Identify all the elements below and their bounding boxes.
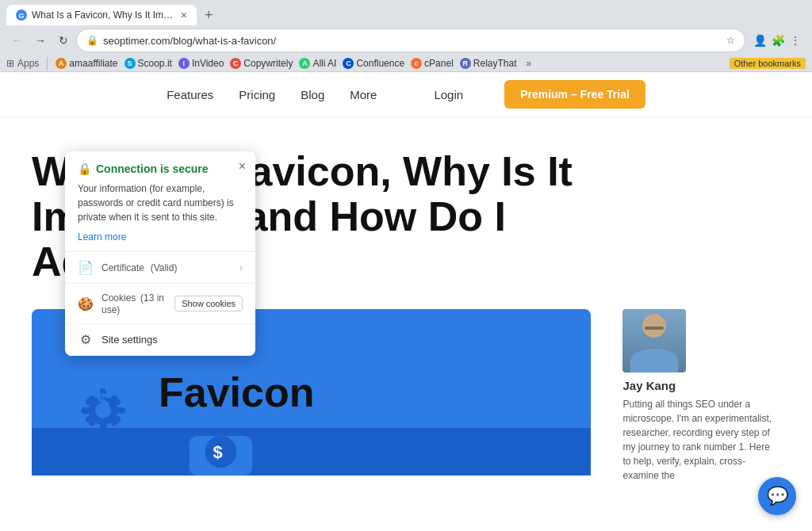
bookmark-scoopit[interactable]: S Scoop.it [124,58,172,69]
address-text: seoptimer.com/blog/what-is-a-favicon/ [103,35,722,47]
tab-bar: G What Is a Favicon, Why Is It Imp... × … [0,0,812,25]
tab-close-button[interactable]: × [181,10,187,21]
popup-header: 🔒 Connection is secure Your information … [65,151,255,252]
other-bookmarks-label: Other bookmarks [730,58,806,69]
confluence-icon: C [343,58,354,69]
bookmark-alliai[interactable]: A Alli AI [299,58,336,69]
popup-certificate-item[interactable]: 📄 Certificate (Valid) › [65,252,255,284]
cookies-icon: 🍪 [78,296,94,311]
amaaffiliate-icon: A [56,58,67,69]
copywritely-icon: C [230,58,241,69]
popup-site-settings-label: Site settings [102,334,243,346]
popup-close-button[interactable]: × [239,159,246,174]
alliai-icon: A [299,58,310,69]
security-popup: 🔒 Connection is secure Your information … [65,151,255,356]
lock-icon: 🔒 [86,35,98,46]
tab-favicon: G [16,10,27,21]
amaaffiliate-label: amaaffiliate [69,58,117,69]
show-cookies-button[interactable]: Show cookies [174,296,243,311]
site-navbar: Features Pricing Blog More Login Premium… [0,72,812,117]
bookmark-relaythat[interactable]: R RelayThat [460,58,517,69]
bookmark-copywritely[interactable]: C Copywritely [230,58,293,69]
svg-rect-6 [81,407,92,414]
popup-description: Your information (for example, passwords… [78,181,243,224]
forward-button[interactable]: → [30,31,51,50]
back-button[interactable]: ← [6,31,27,50]
nav-blog[interactable]: Blog [301,88,324,101]
popup-cookies-item[interactable]: 🍪 Cookies (13 in use) Show cookies [65,284,255,324]
svg-rect-7 [114,407,125,414]
author-photo [622,309,686,372]
author-body [630,349,678,372]
nav-links: Features Pricing Blog More [167,88,377,101]
favicon-label: Favicon [159,369,315,415]
popup-learn-more-link[interactable]: Learn more [78,231,126,243]
confluence-label: Confluence [356,58,404,69]
invideo-icon: I [178,58,190,69]
more-bookmarks-button[interactable]: » [527,58,532,69]
scoopit-label: Scoop.it [138,58,172,69]
bookmark-confluence[interactable]: C Confluence [343,58,404,69]
invideo-label: InVideo [192,58,224,69]
cpanel-icon: c [411,58,422,69]
favicon-gear-container: $ [63,371,143,413]
address-bar[interactable]: 🔒 seoptimer.com/blog/what-is-a-favicon/ … [76,29,745,52]
popup-secure-label: 🔒 Connection is secure [78,162,243,175]
bookmark-cpanel[interactable]: c cPanel [411,58,454,69]
popup-certificate-label: Certificate (Valid) [102,262,232,273]
bookmarks-separator [47,57,48,70]
settings-icon: ⚙ [78,332,94,347]
relaythat-icon: R [460,58,471,69]
bookmark-amaaffiliate[interactable]: A amaaffiliate [56,58,117,69]
page-content: Features Pricing Blog More Login Premium… [0,72,812,516]
author-head [642,314,666,338]
nav-features[interactable]: Features [167,88,213,101]
menu-icon[interactable]: ⋮ [790,34,801,47]
svg-text:$: $ [213,441,223,461]
bookmarks-apps-button[interactable]: ⊞ Apps [6,58,39,69]
browser-chrome: G What Is a Favicon, Why Is It Imp... × … [0,0,812,72]
cpanel-label: cPanel [424,58,454,69]
nav-pricing[interactable]: Pricing [239,88,275,101]
lock-secure-icon: 🔒 [78,162,91,175]
scoopit-icon: S [124,58,136,69]
author-bio: Putting all things SEO under a microscop… [622,397,780,483]
dollar-icon: $ [97,391,109,413]
profile-icon[interactable]: 👤 [753,34,767,47]
copywritely-label: Copywritely [243,58,293,69]
favicon-text-container: Favicon [159,369,315,416]
nav-cta-button[interactable]: Premium – Free Trial [504,80,645,109]
alliai-label: Alli AI [312,58,336,69]
reload-button[interactable]: ↻ [54,31,73,50]
author-name: Jay Kang [622,379,780,392]
star-icon[interactable]: ☆ [726,35,735,46]
new-tab-button[interactable]: + [200,6,218,25]
other-bookmarks[interactable]: Other bookmarks [730,58,806,69]
svg-rect-5 [100,422,106,433]
apps-label: Apps [17,58,39,69]
toolbar-icons: 👤 🧩 ⋮ [749,34,806,47]
extensions-icon[interactable]: 🧩 [772,34,785,47]
nav-more[interactable]: More [350,88,377,101]
tab-title: What Is a Favicon, Why Is It Imp... [32,10,176,21]
chat-button[interactable]: 💬 [758,477,796,515]
author-block: Jay Kang Putting all things SEO under a … [622,309,780,483]
certificate-arrow: › [239,262,243,273]
cookies-row: Cookies (13 in use) Show cookies [102,292,243,315]
relaythat-label: RelayThat [473,58,517,69]
active-tab[interactable]: G What Is a Favicon, Why Is It Imp... × [6,5,197,25]
nav-login[interactable]: Login [434,88,463,101]
svg-text:G: G [18,12,24,20]
certificate-icon: 📄 [78,260,94,275]
browser-controls: ← → ↻ 🔒 seoptimer.com/blog/what-is-a-fav… [0,25,812,55]
popup-site-settings-item[interactable]: ⚙ Site settings [65,324,255,356]
bookmark-invideo[interactable]: I InVideo [178,58,224,69]
popup-cookies-label: Cookies (13 in use) [102,292,174,315]
apps-grid-icon: ⊞ [6,58,14,69]
chat-icon-symbol: 💬 [767,486,788,506]
bookmarks-bar: ⊞ Apps A amaaffiliate S Scoop.it I InVid… [0,55,812,72]
author-glasses [645,327,664,330]
